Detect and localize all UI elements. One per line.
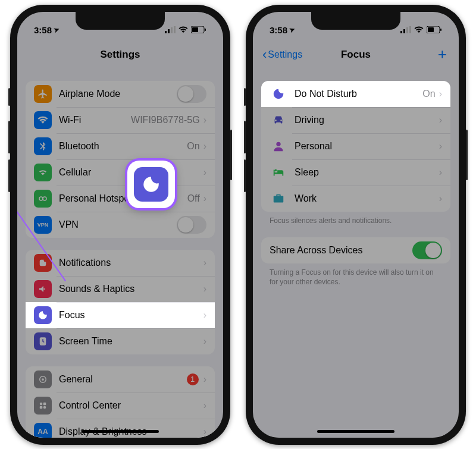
row-dnd[interactable]: Do Not Disturb On › xyxy=(261,81,450,107)
row-bluetooth[interactable]: Bluetooth On › xyxy=(26,133,215,159)
share-toggle[interactable] xyxy=(412,241,442,259)
hotspot-icon xyxy=(34,190,52,208)
nav-bar: ‹ Settings Focus + xyxy=(253,40,459,69)
svg-rect-25 xyxy=(403,29,405,33)
row-work[interactable]: Work › xyxy=(261,186,450,212)
cellular-icon xyxy=(34,164,52,181)
vpn-toggle[interactable] xyxy=(177,216,206,234)
settings-group-3: General 1 › Control Center › AA Display … xyxy=(26,366,215,438)
location-icon: ➤ xyxy=(53,26,61,34)
share-section: Share Across Devices xyxy=(261,237,450,263)
row-driving[interactable]: Driving › xyxy=(261,107,450,133)
row-sleep[interactable]: Sleep › xyxy=(261,159,450,186)
chevron-right-icon: › xyxy=(203,141,206,152)
chevron-right-icon: › xyxy=(203,115,206,125)
page-title: Settings xyxy=(100,49,140,61)
row-label: Sounds & Haptics xyxy=(59,284,203,294)
chevron-right-icon: › xyxy=(203,167,206,178)
svg-point-13 xyxy=(42,378,44,381)
phone-right: 3:58 ➤ ‹ Settings Focus xyxy=(246,5,466,445)
row-value: Off xyxy=(187,193,200,204)
focus-list: Do Not Disturb On › Driving › Personal ›… xyxy=(261,81,450,212)
page-title: Focus xyxy=(341,49,371,61)
row-vpn[interactable]: VPN VPN xyxy=(26,212,215,238)
row-share-across-devices[interactable]: Share Across Devices xyxy=(261,237,450,263)
controlcenter-icon xyxy=(34,397,52,415)
chevron-right-icon: › xyxy=(203,310,206,321)
row-label: VPN xyxy=(59,219,177,230)
row-label: Notifications xyxy=(59,258,203,268)
chevron-right-icon: › xyxy=(203,400,206,411)
chevron-right-icon: › xyxy=(203,284,206,294)
phone-left: 3:58 ➤ Settings Airplane Mo xyxy=(10,5,230,445)
moon-icon xyxy=(270,87,287,101)
status-time: 3:58 xyxy=(34,25,52,35)
vpn-icon: VPN xyxy=(34,216,52,234)
svg-rect-24 xyxy=(400,31,402,33)
battery-icon xyxy=(427,25,442,35)
row-hotspot[interactable]: Personal Hotspot Off › xyxy=(26,186,215,212)
svg-rect-2 xyxy=(171,27,173,33)
add-button[interactable]: + xyxy=(438,45,447,64)
airplane-toggle[interactable] xyxy=(177,85,206,103)
row-label: Work xyxy=(295,193,439,204)
car-icon xyxy=(270,114,287,127)
home-indicator[interactable] xyxy=(82,430,159,433)
nav-bar: Settings xyxy=(17,40,223,69)
svg-point-8 xyxy=(43,197,46,200)
row-wifi[interactable]: Wi-Fi WIFI9B6778-5G › xyxy=(26,107,215,133)
svg-rect-26 xyxy=(406,27,408,33)
wifi-icon xyxy=(414,25,424,35)
home-indicator[interactable] xyxy=(317,430,394,433)
chevron-right-icon: › xyxy=(203,193,206,204)
chevron-right-icon: › xyxy=(203,374,206,385)
svg-rect-3 xyxy=(174,26,176,33)
wifi-settings-icon xyxy=(34,111,52,129)
svg-point-31 xyxy=(276,142,280,146)
gear-icon xyxy=(34,370,52,388)
row-label: Airplane Mode xyxy=(59,89,177,99)
row-value: On xyxy=(422,89,435,99)
row-label: Share Across Devices xyxy=(270,245,412,256)
chevron-right-icon: › xyxy=(439,167,442,178)
svg-point-14 xyxy=(40,402,43,405)
row-cellular[interactable]: Cellular › xyxy=(26,159,215,186)
row-airplane[interactable]: Airplane Mode xyxy=(26,81,215,107)
display-icon: AA xyxy=(34,423,52,438)
row-display[interactable]: AA Display & Brightness › xyxy=(26,419,215,438)
row-personal[interactable]: Personal › xyxy=(261,133,450,159)
row-controlcenter[interactable]: Control Center › xyxy=(26,393,215,419)
footer-note-2: Turning a Focus on for this device will … xyxy=(253,263,459,287)
bed-icon xyxy=(270,166,287,179)
row-focus[interactable]: Focus › xyxy=(26,302,215,328)
status-time: 3:58 xyxy=(270,25,287,35)
back-button[interactable]: ‹ Settings xyxy=(262,48,302,61)
back-label: Settings xyxy=(268,49,302,60)
row-label: Control Center xyxy=(59,400,203,411)
airplane-icon xyxy=(34,85,52,103)
screentime-icon xyxy=(34,332,52,350)
battery-icon xyxy=(191,25,206,35)
row-value: On xyxy=(187,141,199,152)
moon-icon xyxy=(134,167,168,202)
row-label: Driving xyxy=(295,115,439,125)
row-label: Focus xyxy=(59,310,203,321)
row-general[interactable]: General 1 › xyxy=(26,366,215,393)
row-label: Screen Time xyxy=(59,336,203,347)
row-label: Wi-Fi xyxy=(59,115,131,125)
chevron-right-icon: › xyxy=(439,141,442,152)
row-label: Sleep xyxy=(295,167,439,178)
svg-rect-29 xyxy=(428,27,434,32)
plus-icon: + xyxy=(438,45,447,63)
row-label: Personal xyxy=(295,141,439,152)
notch xyxy=(76,12,165,30)
row-notifications[interactable]: Notifications › xyxy=(26,250,215,276)
annotation-callout xyxy=(127,161,175,208)
chevron-right-icon: › xyxy=(439,115,442,125)
chevron-right-icon: › xyxy=(439,193,442,204)
svg-point-7 xyxy=(39,197,43,200)
row-sounds[interactable]: Sounds & Haptics › xyxy=(26,276,215,302)
row-label: Bluetooth xyxy=(59,141,187,152)
row-screentime[interactable]: Screen Time › xyxy=(26,328,215,354)
svg-rect-30 xyxy=(440,29,441,31)
